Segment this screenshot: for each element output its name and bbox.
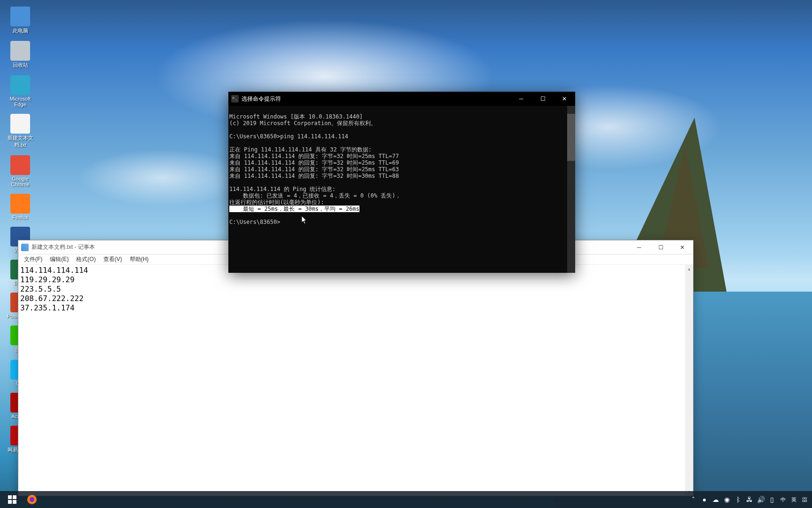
desktop-icon[interactable]: 此电脑: [7, 7, 34, 34]
desktop-icon-label: 新建文本文档.txt: [7, 135, 34, 149]
tray-chevron-up-icon[interactable]: ˄: [688, 495, 698, 504]
tray-battery-icon[interactable]: ▯: [767, 495, 777, 504]
cmd-prompt-line: C:\Users\83650>: [229, 219, 280, 225]
notepad-app-icon: [21, 244, 29, 251]
desktop-icon-label: Microsoft Edge: [7, 96, 34, 107]
taskbar: ˄ ● ☁ ◉ ᛒ 🖧 🔊 ▯ 中 英 㗊: [0, 491, 812, 508]
menu-file[interactable]: 文件(F): [20, 254, 46, 264]
maximize-button[interactable]: ☐: [532, 92, 554, 106]
desktop-icon-label: 回收站: [7, 62, 34, 69]
cmd-line: 来自 114.114.114.114 的回复: 字节=32 时间=30ms TT…: [229, 173, 399, 179]
close-button[interactable]: ✕: [671, 240, 693, 254]
ime-indicator[interactable]: 㗊: [800, 495, 809, 504]
desktop-icon[interactable]: Google Chrome: [7, 155, 34, 187]
cmd-line: 来自 114.114.114.114 的回复: 字节=32 时间=25ms TT…: [229, 159, 399, 166]
taskbar-firefox-icon[interactable]: [23, 491, 41, 508]
desktop-icon[interactable]: Firefox: [7, 194, 34, 220]
svg-rect-3: [13, 500, 16, 504]
notepad-window-controls: ─ ☐ ✕: [628, 240, 693, 254]
cmd-app-icon: [231, 95, 239, 103]
notepad-vertical-scrollbar[interactable]: ▴ ▾: [685, 265, 693, 496]
tray-bluetooth-icon[interactable]: ᛒ: [734, 495, 743, 504]
cmd-titlebar[interactable]: 选择命令提示符 ─ ☐ ✕: [228, 92, 575, 106]
close-button[interactable]: ✕: [554, 92, 575, 106]
language-indicator-zh[interactable]: 中: [779, 495, 788, 504]
cmd-vertical-scrollbar[interactable]: [567, 106, 575, 273]
desktop-icon[interactable]: Microsoft Edge: [7, 75, 34, 107]
taskbar-left: [0, 491, 41, 508]
cmd-prompt-line: C:\Users\83650>ping 114.114.114.114: [229, 133, 348, 140]
svg-rect-0: [8, 495, 12, 499]
minimize-button[interactable]: ─: [628, 240, 650, 254]
cmd-line: 来自 114.114.114.114 的回复: 字节=32 时间=25ms TT…: [229, 166, 399, 173]
menu-format[interactable]: 格式(O): [72, 254, 99, 264]
cmd-window-controls: ─ ☐ ✕: [510, 92, 575, 106]
cmd-selected-text: 最短 = 25ms，最长 = 30ms，平均 = 26ms: [229, 206, 359, 212]
start-button[interactable]: [3, 491, 22, 508]
language-indicator-en[interactable]: 英: [789, 495, 798, 504]
desktop-icon-image: [10, 114, 30, 134]
desktop-icon[interactable]: 回收站: [7, 41, 34, 69]
desktop-icon-label: Firefox: [7, 214, 34, 220]
svg-rect-2: [8, 500, 12, 504]
menu-edit[interactable]: 编辑(E): [46, 254, 72, 264]
scrollbar-up-arrow-icon[interactable]: ▴: [685, 265, 693, 273]
menu-help[interactable]: 帮助(H): [126, 254, 153, 264]
system-tray: ˄ ● ☁ ◉ ᛒ 🖧 🔊 ▯ 中 英 㗊: [688, 495, 812, 504]
cmd-line: Microsoft Windows [版本 10.0.18363.1440]: [229, 113, 363, 120]
cmd-line: 往返行程的估计时间(以毫秒为单位):: [229, 199, 324, 206]
cmd-line: (c) 2019 Microsoft Corporation。保留所有权利。: [229, 120, 376, 127]
cmd-line: 数据包: 已发送 = 4，已接收 = 4，丢失 = 0 (0% 丢失)，: [229, 192, 401, 199]
cmd-line: 来自 114.114.114.114 的回复: 字节=32 时间=25ms TT…: [229, 153, 399, 159]
menu-view[interactable]: 查看(V): [100, 254, 126, 264]
tray-volume-icon[interactable]: 🔊: [756, 495, 765, 504]
desktop-icon-image: [10, 75, 30, 95]
desktop-icon-image: [10, 194, 30, 214]
tray-onedrive-icon[interactable]: ☁: [711, 495, 720, 504]
svg-point-5: [30, 497, 34, 502]
scrollbar-thumb[interactable]: [567, 114, 575, 161]
desktop-icon[interactable]: 新建文本文档.txt: [7, 114, 34, 149]
desktop-icon-image: [10, 7, 30, 26]
tray-steam-icon[interactable]: ◉: [722, 495, 732, 504]
desktop-icon-image: [10, 41, 30, 61]
minimize-button[interactable]: ─: [510, 92, 532, 106]
svg-rect-1: [13, 495, 16, 499]
maximize-button[interactable]: ☐: [650, 240, 671, 254]
cmd-title: 选择命令提示符: [242, 95, 510, 103]
cmd-window: 选择命令提示符 ─ ☐ ✕ Microsoft Windows [版本 10.0…: [228, 92, 575, 273]
cmd-terminal-output[interactable]: Microsoft Windows [版本 10.0.18363.1440] (…: [228, 106, 575, 273]
cmd-line: 114.114.114.114 的 Ping 统计信息:: [229, 186, 336, 192]
desktop-icon-image: [10, 155, 30, 175]
tray-network-icon[interactable]: 🖧: [745, 495, 754, 504]
tray-app-icon[interactable]: ●: [700, 495, 709, 504]
notepad-text-area[interactable]: 114.114.114.114 119.29.29.29 223.5.5.5 2…: [18, 265, 693, 496]
desktop-icon-label: Google Chrome: [7, 176, 34, 187]
desktop-icon-label: 此电脑: [7, 27, 34, 34]
cmd-line: 正在 Ping 114.114.114.114 具有 32 字节的数据:: [229, 146, 372, 153]
notepad-window: 新建文本文档.txt - 记事本 ─ ☐ ✕ 文件(F) 编辑(E) 格式(O)…: [18, 240, 694, 496]
